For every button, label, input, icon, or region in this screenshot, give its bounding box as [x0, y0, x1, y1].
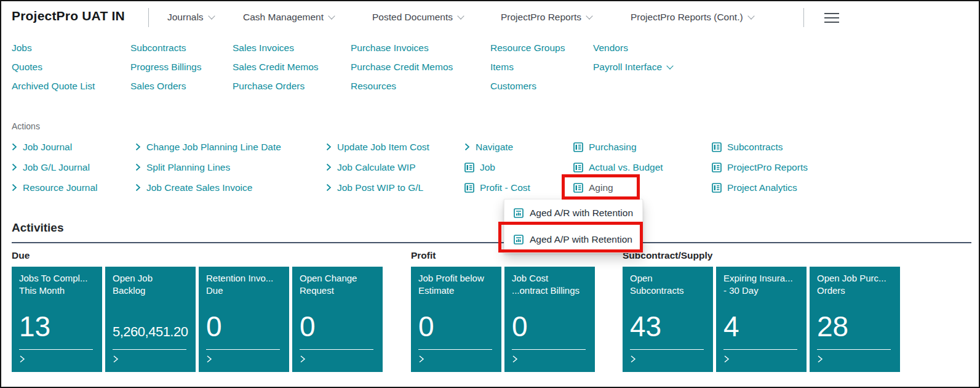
menu-projectpro-reports-cont[interactable]: ProjectPro Reports (Cont.) [631, 12, 754, 23]
actions-section-label: Actions [12, 121, 40, 131]
chevron-down-icon [328, 12, 335, 19]
action-report-projectpro-reports[interactable]: ProjectPro Reports [712, 157, 808, 177]
action-job-journal[interactable]: Job Journal [12, 137, 97, 157]
report-icon [712, 142, 722, 152]
chevron-right-icon [19, 355, 95, 366]
tile-job-cost-contract-billings[interactable]: Job Cost...ontract Billings 0 [504, 267, 595, 372]
tile-value: 5,260,451.20 [113, 323, 188, 341]
chevron-down-icon [666, 62, 673, 69]
link-progress-billings[interactable]: Progress Billings [130, 57, 201, 76]
tile-job-profit-below-estimate[interactable]: Job Profit belowEstimate 0 [411, 267, 501, 372]
chevron-right-icon [113, 355, 188, 366]
hamburger-icon[interactable] [824, 13, 840, 26]
actions-column: Navigate Job Profit - Cost [464, 137, 530, 198]
menu-cash-management[interactable]: Cash Management [243, 12, 334, 23]
link-sales-credit-memos[interactable]: Sales Credit Memos [233, 57, 319, 76]
nav-column: Purchase Invoices Purchase Credit Memos … [351, 38, 453, 95]
tile-open-subcontracts[interactable]: OpenSubcontracts 43 [623, 267, 713, 372]
chevron-right-icon [135, 163, 141, 171]
nav-column: Sales Invoices Sales Credit Memos Purcha… [233, 38, 319, 95]
tile-value: 43 [630, 312, 706, 341]
link-archived-quote-list[interactable]: Archived Quote List [12, 76, 95, 95]
tile-value: 0 [206, 312, 282, 341]
action-report-purchasing[interactable]: Purchasing [573, 137, 663, 157]
action-change-job-planning-line-date[interactable]: Change Job Planning Line Date [135, 137, 281, 157]
tile-value: 4 [723, 312, 799, 341]
aging-dropdown-menu: Aged A/R with Retention Aged A/P with Re… [504, 199, 643, 253]
report-icon [573, 163, 583, 172]
chevron-down-icon [208, 12, 215, 19]
tile-open-job-backlog[interactable]: Open JobBacklog 5,260,451.20 [105, 267, 196, 372]
report-icon [712, 163, 722, 172]
report-icon [464, 163, 474, 172]
action-update-job-item-cost[interactable]: Update Job Item Cost [326, 137, 429, 157]
chevron-right-icon [512, 355, 588, 366]
nav-column: Resource Groups Items Customers [490, 38, 565, 95]
action-job-calculate-wip[interactable]: Job Calculate WIP [326, 157, 429, 177]
tile-jobs-to-complete-this-month[interactable]: Jobs To Compl...This Month 13 [12, 267, 102, 372]
action-report-subcontracts[interactable]: Subcontracts [712, 137, 808, 157]
action-navigate[interactable]: Navigate [464, 137, 530, 157]
chevron-right-icon [326, 163, 332, 171]
action-job-gl-journal[interactable]: Job G/L Journal [12, 157, 97, 177]
link-quotes[interactable]: Quotes [12, 57, 95, 76]
link-purchase-credit-memos[interactable]: Purchase Credit Memos [351, 57, 453, 76]
action-report-aging[interactable]: Aging [573, 177, 663, 198]
cue-group-profit: Profit Job Profit belowEstimate 0 Job Co… [411, 250, 595, 372]
action-job-post-wip-to-gl[interactable]: Job Post WIP to G/L [326, 177, 429, 198]
role-center-page: ProjectPro UAT IN Journals Cash Manageme… [0, 0, 980, 388]
action-report-job[interactable]: Job [464, 157, 530, 177]
report-chart-icon [514, 208, 524, 218]
link-items[interactable]: Items [490, 57, 565, 76]
link-resource-groups[interactable]: Resource Groups [490, 38, 565, 57]
tile-open-change-request[interactable]: Open ChangeRequest 0 [292, 267, 383, 372]
chevron-right-icon [418, 355, 494, 366]
chevron-right-icon [12, 143, 17, 151]
report-chart-icon [514, 235, 524, 245]
nav-column: Jobs Quotes Archived Quote List [12, 38, 95, 95]
actions-column: Update Job Item Cost Job Calculate WIP J… [326, 137, 429, 198]
link-customers[interactable]: Customers [490, 76, 565, 95]
action-split-planning-lines[interactable]: Split Planning Lines [135, 157, 281, 177]
menu-item-aged-ar-with-retention[interactable]: Aged A/R with Retention [504, 200, 642, 226]
action-resource-journal[interactable]: Resource Journal [12, 177, 97, 198]
actions-column: Subcontracts ProjectPro Reports Project … [712, 137, 808, 198]
tile-value: 0 [418, 312, 494, 341]
link-vendors[interactable]: Vendors [593, 38, 672, 57]
tile-retention-invoices-due[interactable]: Retention Invo...Due 0 [199, 267, 289, 372]
tile-expiring-insurance-30-day[interactable]: Expiring Insura...- 30 Day 4 [716, 267, 807, 372]
report-icon [464, 183, 474, 193]
cue-group-label: Subcontract/Supply [623, 250, 900, 261]
link-subcontracts[interactable]: Subcontracts [130, 38, 201, 57]
link-jobs[interactable]: Jobs [12, 38, 95, 57]
chevron-right-icon [630, 355, 706, 366]
menu-payroll-interface[interactable]: Payroll Interface [593, 57, 672, 76]
chevron-right-icon [300, 355, 375, 366]
cue-group-subcontract-supply: Subcontract/Supply OpenSubcontracts 43 E… [623, 250, 900, 372]
action-report-project-analytics[interactable]: Project Analytics [712, 177, 808, 198]
actions-column: Change Job Planning Line Date Split Plan… [135, 137, 281, 198]
action-report-profit-cost[interactable]: Profit - Cost [464, 177, 530, 198]
action-report-actual-vs-budget[interactable]: Actual vs. Budget [573, 157, 663, 177]
tile-open-job-purchase-orders[interactable]: Open Job Purc...Orders 28 [810, 267, 900, 372]
nav-column: Subcontracts Progress Billings Sales Ord… [130, 38, 201, 95]
chevron-right-icon [326, 143, 332, 151]
report-icon [712, 183, 722, 193]
link-resources[interactable]: Resources [351, 76, 453, 95]
activities-heading: Activities [12, 221, 63, 235]
link-purchase-invoices[interactable]: Purchase Invoices [351, 38, 453, 57]
link-sales-orders[interactable]: Sales Orders [130, 76, 201, 95]
action-job-create-sales-invoice[interactable]: Job Create Sales Invoice [135, 177, 281, 198]
chevron-right-icon [12, 163, 17, 171]
tile-value: 0 [512, 312, 588, 341]
menu-posted-documents[interactable]: Posted Documents [372, 12, 463, 23]
app-title: ProjectPro UAT IN [12, 9, 125, 23]
menu-item-aged-ap-with-retention[interactable]: Aged A/P with Retention [504, 226, 642, 253]
menu-projectpro-reports[interactable]: ProjectPro Reports [501, 12, 592, 23]
report-icon [573, 142, 583, 152]
link-sales-invoices[interactable]: Sales Invoices [233, 38, 319, 57]
link-purchase-orders[interactable]: Purchase Orders [233, 76, 319, 95]
cue-group-label: Due [12, 250, 383, 261]
chevron-right-icon [135, 184, 141, 192]
menu-journals[interactable]: Journals [167, 12, 214, 23]
